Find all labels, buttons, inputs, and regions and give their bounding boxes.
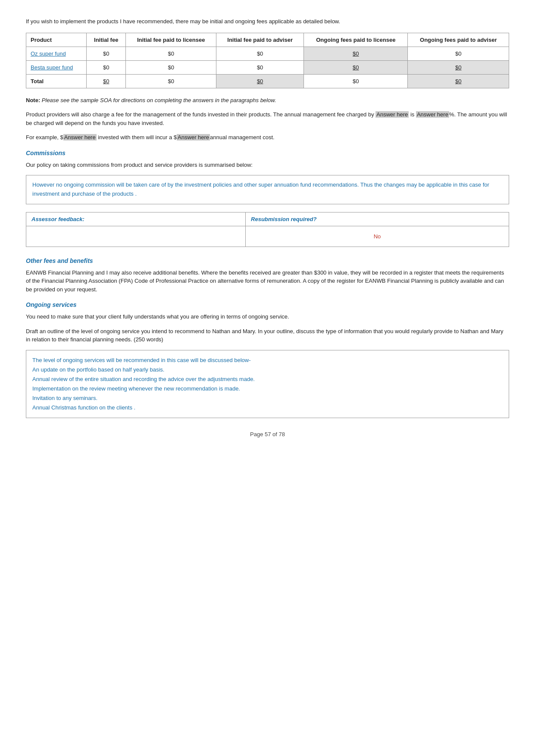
oz-initial-licensee: $0 — [126, 47, 216, 60]
besta-ongoing-adviser: $0 — [408, 60, 509, 74]
example-answer1: Answer here — [63, 134, 97, 141]
total-initial-adviser: $0 — [216, 74, 304, 88]
ongoing-services-para1: You need to make sure that your client f… — [26, 312, 509, 321]
example-answer2: Answer here — [177, 134, 210, 141]
ongoing-services-box: The level of ongoing services will be re… — [26, 350, 509, 419]
mgmt-answer2: Answer here — [416, 111, 449, 118]
page-footer: Page 57 of 78 — [26, 431, 509, 437]
table-row-total: Total $0 $0 $0 $0 $0 — [26, 74, 509, 88]
mgmt-text2: is — [409, 111, 416, 118]
assessor-feedback-cell — [26, 226, 246, 247]
ongoing-line-4: Implementation on the review meeting whe… — [32, 384, 503, 394]
col-header-initial-adviser: Initial fee paid to adviser — [216, 33, 304, 47]
besta-initial-adviser: $0 — [216, 60, 304, 74]
resubmission-header: Resubmission required? — [246, 212, 509, 226]
oz-ongoing-licensee: $0 — [304, 47, 408, 60]
other-fees-heading: Other fees and benefits — [26, 257, 509, 264]
intro-paragraph: If you wish to implement the products I … — [26, 17, 509, 26]
mgmt-text1: Product providers will also charge a fee… — [26, 111, 375, 118]
fee-table: Product Initial fee Initial fee paid to … — [26, 33, 509, 88]
page-number: Page 57 of 78 — [250, 431, 285, 437]
commissions-intro: Our policy on taking commissions from pr… — [26, 161, 509, 169]
total-initial-fee: $0 — [87, 74, 126, 88]
total-initial-licensee: $0 — [126, 74, 216, 88]
product-name-oz: Oz super fund — [26, 47, 87, 60]
col-header-ongoing-adviser: Ongoing fees paid to adviser — [408, 33, 509, 47]
total-ongoing-adviser: $0 — [408, 74, 509, 88]
oz-initial-fee: $0 — [87, 47, 126, 60]
resubmission-value: No — [246, 226, 509, 247]
commissions-box: However no ongoing commission will be ta… — [26, 175, 509, 204]
assessor-table: Assessor feedback: Resubmission required… — [26, 212, 509, 247]
note-paragraph: Note: Please see the sample SOA for dire… — [26, 96, 509, 105]
ongoing-line-6: Annual Christmas function on the clients… — [32, 403, 503, 412]
example-text2: invested with them will incur a $ — [97, 134, 177, 141]
note-italic: Please see the sample SOA for directions… — [40, 97, 276, 103]
ongoing-services-para2: Draft an outline of the level of ongoing… — [26, 327, 509, 344]
col-header-initial-fee: Initial fee — [87, 33, 126, 47]
col-header-initial-licensee: Initial fee paid to licensee — [126, 33, 216, 47]
ongoing-line-2: An update on the portfolio based on half… — [32, 365, 503, 375]
total-ongoing-licensee: $0 — [304, 74, 408, 88]
besta-ongoing-licensee: $0 — [304, 60, 408, 74]
oz-initial-adviser: $0 — [216, 47, 304, 60]
ongoing-line-1: The level of ongoing services will be re… — [32, 356, 503, 365]
total-label: Total — [26, 74, 87, 88]
besta-initial-licensee: $0 — [126, 60, 216, 74]
product-name-besta: Besta super fund — [26, 60, 87, 74]
ongoing-line-3: Annual review of the entire situation an… — [32, 375, 503, 384]
col-header-product: Product — [26, 33, 87, 47]
oz-ongoing-adviser: $0 — [408, 47, 509, 60]
management-paragraph: Product providers will also charge a fee… — [26, 110, 509, 127]
other-fees-text: EANWB Financial Planning and I may also … — [26, 269, 509, 294]
col-header-ongoing-licensee: Ongoing fees paid to licensee — [304, 33, 408, 47]
besta-initial-fee: $0 — [87, 60, 126, 74]
table-row: Besta super fund $0 $0 $0 $0 $0 — [26, 60, 509, 74]
example-text3: annual management cost. — [210, 134, 275, 141]
commissions-box-text: However no ongoing commission will be ta… — [32, 181, 489, 197]
example-text1: For example, $ — [26, 134, 63, 141]
note-bold: Note: — [26, 97, 40, 103]
mgmt-answer1: Answer here — [375, 111, 409, 118]
table-row: Oz super fund $0 $0 $0 $0 $0 — [26, 47, 509, 60]
ongoing-services-heading: Ongoing services — [26, 301, 509, 308]
example-paragraph: For example, $Answer here invested with … — [26, 133, 509, 142]
ongoing-line-5: Invitation to any seminars. — [32, 394, 503, 403]
commissions-heading: Commissions — [26, 150, 509, 156]
assessor-row: No — [26, 226, 509, 247]
assessor-feedback-header: Assessor feedback: — [26, 212, 246, 226]
